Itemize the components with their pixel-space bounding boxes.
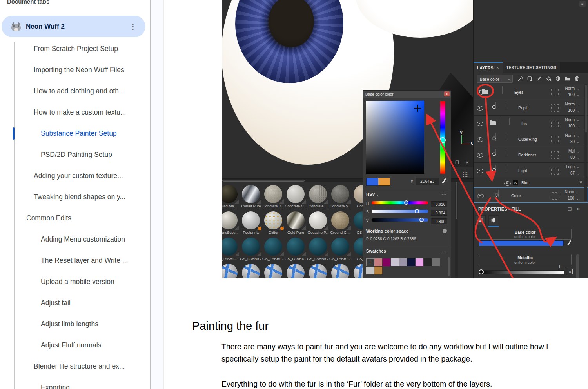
metallic-value[interactable]: 0	[559, 265, 561, 269]
paint-layer-brush-icon[interactable]	[536, 76, 542, 82]
info-icon[interactable]: i	[443, 229, 447, 233]
material-item[interactable]	[285, 263, 307, 278]
mask-thumbnail[interactable]	[506, 149, 514, 156]
layer-thumbnail[interactable]	[495, 165, 503, 172]
layer-thumbnail[interactable]	[495, 102, 503, 109]
visibility-eye-icon[interactable]	[477, 153, 483, 158]
color-crosshair[interactable]	[414, 105, 421, 112]
layer-thumbnail[interactable]	[495, 134, 503, 141]
mask-link-box[interactable]	[552, 192, 559, 200]
material-item[interactable]: Concrete ...	[307, 184, 329, 209]
material-item[interactable]: Ground Gr...	[329, 211, 352, 236]
close-panel-icon[interactable]: ✕	[465, 160, 469, 165]
material-item[interactable]: GS_FABRIC...	[285, 237, 307, 262]
delete-trash-icon[interactable]	[574, 76, 580, 82]
tab-parameters-icon[interactable]	[476, 215, 486, 225]
mask-link-box[interactable]	[551, 136, 559, 143]
slider-value-input[interactable]: 0.890	[431, 218, 447, 224]
material-item[interactable]	[240, 263, 262, 278]
material-item[interactable]: Cobalt Pure	[240, 184, 262, 209]
sidebar-item[interactable]: PSD/2D Painting Setup	[0, 144, 150, 165]
material-item[interactable]: abricSubs...	[222, 211, 240, 236]
sidebar-item[interactable]: How to add clothing and oth...	[0, 80, 150, 102]
layer-thumbnail[interactable]	[498, 190, 506, 197]
metallic-knob[interactable]	[479, 269, 484, 274]
opacity-select[interactable]: 100	[559, 108, 575, 113]
float-panel-icon[interactable]: ❐	[568, 207, 572, 212]
material-item[interactable]	[307, 263, 329, 278]
swatches-scrollbar[interactable]	[448, 257, 450, 276]
material-item[interactable]	[262, 263, 285, 278]
grid-handle-icon[interactable]: ●●●●●●●●●	[463, 172, 468, 178]
blend-mode-select[interactable]: Norm	[559, 190, 574, 194]
adjustment-layer-icon[interactable]	[555, 76, 561, 82]
channel-filter-dropdown[interactable]: Base color⌄	[477, 75, 513, 83]
sidebar-item[interactable]: Common Edits	[0, 207, 150, 229]
hue-marker[interactable]	[440, 137, 446, 143]
swatch[interactable]	[383, 258, 390, 266]
swatch[interactable]	[399, 258, 407, 266]
sidebar-item[interactable]: Adjust limb lengths	[0, 313, 150, 334]
blend-mode-select[interactable]: Mul	[559, 149, 575, 153]
shelf-vscrollbar[interactable]	[455, 182, 458, 278]
hue-slider[interactable]	[440, 101, 445, 174]
add-group-folder-icon[interactable]	[564, 76, 570, 82]
eyedropper-icon[interactable]	[567, 240, 573, 246]
blend-mode-select[interactable]: Norm	[559, 118, 575, 122]
layer-thumbnail[interactable]	[499, 118, 506, 125]
hex-input[interactable]: 2D64E3	[416, 178, 439, 185]
mask-link-box[interactable]	[551, 104, 559, 112]
tab-material-icon[interactable]	[488, 215, 498, 225]
tab-texture-set-settings[interactable]: TEXTURE SET SETTINGS	[503, 62, 560, 73]
mask-thumbnail[interactable]	[506, 165, 514, 172]
mask-thumbnail[interactable]	[509, 118, 517, 125]
material-item[interactable]: GS_FABRIC...	[329, 237, 352, 262]
doc-tab-neon-wuff[interactable]: Neon Wuff 2 ⋮	[2, 16, 145, 37]
visibility-eye-icon[interactable]	[477, 137, 483, 142]
sidebar-item[interactable]: From Scratch Project Setup	[0, 38, 150, 59]
swatch[interactable]	[374, 258, 382, 266]
opacity-select[interactable]: 67	[559, 171, 575, 175]
sidebar-item[interactable]: Tweaking blend shapes on y...	[0, 186, 150, 207]
slider-marker[interactable]	[404, 200, 408, 205]
blur-effect-row[interactable]: S Blur ✕	[474, 178, 588, 187]
layer-thumbnail[interactable]	[492, 87, 499, 94]
hsv-section-label[interactable]: HSV ⌄	[366, 192, 379, 196]
eyedropper-icon[interactable]	[441, 178, 448, 185]
slider-track[interactable]	[372, 201, 428, 204]
material-item[interactable]: Concrete B...	[262, 184, 285, 209]
material-item[interactable]	[222, 263, 240, 278]
slider-marker[interactable]	[415, 209, 419, 213]
mask-link-box[interactable]	[551, 151, 559, 159]
swatch[interactable]	[391, 258, 399, 266]
blend-mode-select[interactable]: Ldge	[559, 165, 575, 169]
tab-close-icon[interactable]: ✕	[496, 66, 499, 70]
sidebar-item[interactable]: The Reset layer and Write ...	[0, 250, 150, 271]
swatch[interactable]	[374, 267, 382, 274]
picker-titlebar[interactable]: Base color color	[363, 91, 451, 98]
smart-material-icon[interactable]	[527, 76, 533, 82]
picker-close-button[interactable]: x	[444, 91, 450, 96]
material-item[interactable]: ated Me...	[222, 184, 240, 209]
mask-link-box[interactable]	[551, 89, 559, 96]
layer-row[interactable]: Iris Norm⌄ 100⌄	[474, 116, 588, 131]
base-color-mode-button[interactable]: Base color uniform color	[479, 229, 572, 240]
material-item[interactable]: GS_FABRIC...	[262, 237, 285, 262]
folder-icon[interactable]	[482, 90, 488, 94]
layer-row[interactable]: Light Ldge⌄ 67⌄	[474, 163, 588, 178]
mask-link-box[interactable]	[551, 120, 559, 127]
mask-thumbnail[interactable]	[506, 134, 514, 141]
properties-scrollbar[interactable]	[576, 254, 579, 278]
sidebar-item[interactable]: Importing the Neon Wuff Files	[0, 59, 150, 80]
material-item[interactable]	[329, 263, 352, 278]
material-item[interactable]: Gouache P...	[307, 211, 329, 236]
opacity-select[interactable]: 80	[559, 155, 575, 160]
material-item[interactable]: Footprints	[240, 211, 262, 236]
sidebar-item[interactable]: Adjust tail	[0, 292, 150, 313]
visibility-eye-icon[interactable]	[477, 194, 484, 198]
sidebar-item[interactable]: Exporting	[0, 377, 150, 389]
opacity-select[interactable]: 80	[559, 140, 575, 144]
remove-effect-icon[interactable]: ✕	[579, 180, 583, 184]
visibility-eye-icon[interactable]	[504, 181, 511, 186]
blend-mode-select[interactable]: Norm	[559, 102, 575, 106]
